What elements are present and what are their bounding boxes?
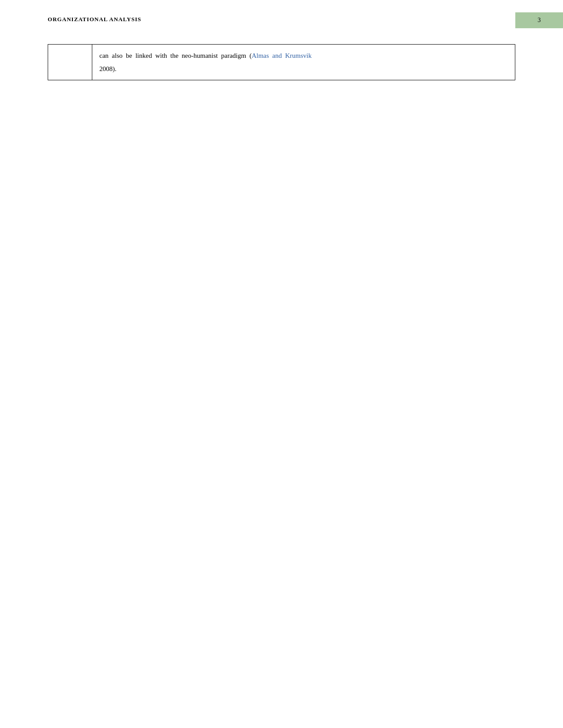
document-title: ORGANIZATIONAL ANALYSIS: [48, 16, 141, 23]
cell-paragraph: can also be linked with the neo-humanist…: [99, 49, 508, 75]
table-cell-left: [48, 45, 92, 80]
table-row: can also be linked with the neo-humanist…: [48, 45, 515, 80]
content-table: can also be linked with the neo-humanist…: [48, 44, 515, 80]
citation-text: Almas and Krumsvik: [252, 52, 312, 59]
page-header: ORGANIZATIONAL ANALYSIS: [48, 16, 563, 23]
table-cell-right: can also be linked with the neo-humanist…: [92, 45, 515, 80]
page-number: 3: [538, 17, 541, 24]
main-content: can also be linked with the neo-humanist…: [48, 44, 515, 80]
page-number-container: 3: [515, 12, 563, 28]
